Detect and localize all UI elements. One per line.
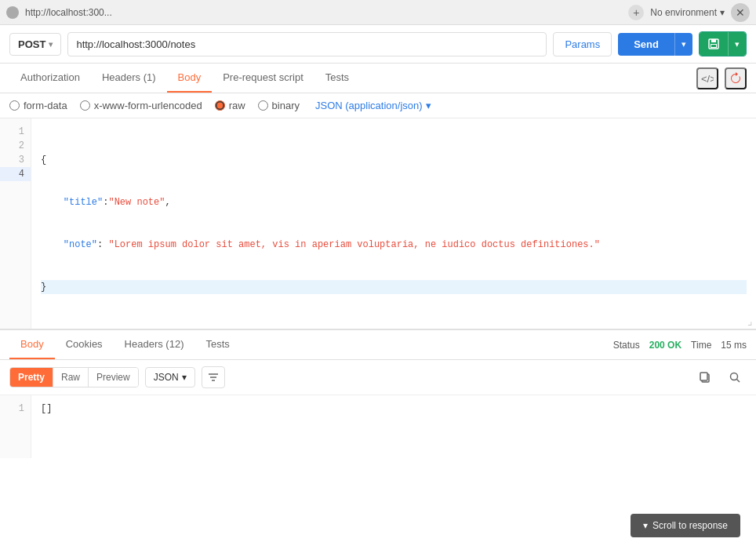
- tab-headers[interactable]: Headers (1): [91, 64, 167, 93]
- resp-tab-tests[interactable]: Tests: [194, 330, 240, 359]
- tab-body[interactable]: Body: [167, 64, 213, 93]
- code-icon: </>: [701, 72, 714, 85]
- svg-line-11: [737, 380, 740, 383]
- response-tabs-row: Body Cookies Headers (12) Tests Status 2…: [0, 330, 756, 360]
- chevron-down-icon: ▾: [182, 372, 187, 383]
- browser-url: http://localhost:300...: [25, 7, 622, 18]
- code-line-3: "note": "Lorem ipsum dolor sit amet, vis…: [41, 238, 747, 252]
- save-button[interactable]: [700, 32, 728, 56]
- body-options-row: form-data x-www-form-urlencoded raw bina…: [0, 93, 756, 118]
- save-button-group: ▾: [699, 31, 747, 56]
- no-env-label: No environment: [650, 7, 717, 18]
- response-toolbar: Pretty Raw Preview JSON ▾: [0, 360, 756, 395]
- resp-line-1: []: [41, 403, 52, 414]
- filter-button[interactable]: [202, 366, 225, 388]
- response-status: Status 200 OK Time 15 ms: [613, 333, 747, 357]
- send-button[interactable]: Send: [618, 33, 674, 56]
- svg-rect-1: [711, 39, 716, 42]
- svg-text:</>: </>: [701, 73, 714, 85]
- copy-icon: [699, 371, 711, 384]
- status-label: Status: [613, 340, 640, 351]
- resp-tab-headers[interactable]: Headers (12): [114, 330, 195, 359]
- resize-handle[interactable]: ⌟: [747, 315, 753, 327]
- method-label: POST: [18, 38, 45, 50]
- format-group: Pretty Raw Preview: [9, 367, 139, 387]
- radio-urlencoded[interactable]: x-www-form-urlencoded: [80, 100, 202, 111]
- tab-icons: </>: [696, 64, 747, 93]
- send-button-group: Send ▾: [618, 33, 692, 56]
- scroll-to-resp-label: Scroll to response: [652, 520, 728, 531]
- line-num-3: 3: [0, 153, 31, 167]
- resp-code: []: [31, 395, 756, 458]
- response-body: 1 []: [0, 395, 756, 458]
- resp-tab-cookies[interactable]: Cookies: [55, 330, 114, 359]
- no-environment[interactable]: No environment ▾: [650, 7, 725, 18]
- search-icon: [729, 371, 741, 384]
- svg-rect-9: [700, 373, 707, 380]
- resp-line-numbers: 1: [0, 395, 31, 458]
- chevron-down-icon: ▾: [643, 520, 648, 531]
- resp-line-num-1: 1: [0, 402, 31, 416]
- response-section: Body Cookies Headers (12) Tests Status 2…: [0, 329, 756, 458]
- line-num-2: 2: [0, 139, 31, 153]
- browser-bar: http://localhost:300... + No environment…: [0, 0, 756, 25]
- line-num-1: 1: [0, 125, 31, 139]
- json-format-selector[interactable]: JSON ▾: [145, 367, 195, 387]
- reset-icon: [729, 72, 742, 85]
- copy-button[interactable]: [693, 366, 717, 388]
- chevron-down-icon: ▾: [49, 40, 53, 49]
- radio-form-data[interactable]: form-data: [9, 100, 67, 111]
- line-numbers: 1 2 3 4: [0, 118, 31, 329]
- svg-rect-3: [711, 45, 716, 47]
- svg-point-10: [731, 373, 738, 380]
- search-button[interactable]: [723, 366, 747, 388]
- scroll-to-response-button[interactable]: ▾ Scroll to response: [631, 514, 740, 537]
- send-dropdown-button[interactable]: ▾: [674, 33, 692, 56]
- radio-binary[interactable]: binary: [258, 100, 300, 111]
- format-pretty[interactable]: Pretty: [10, 368, 53, 387]
- code-icon-button[interactable]: </>: [696, 67, 718, 89]
- resp-tab-body[interactable]: Body: [9, 330, 55, 359]
- format-preview[interactable]: Preview: [89, 368, 138, 387]
- method-selector[interactable]: POST ▾: [9, 33, 61, 56]
- tab-authorization[interactable]: Authorization: [9, 64, 91, 93]
- url-input[interactable]: [67, 32, 547, 56]
- code-line-4: }: [41, 280, 747, 294]
- code-content[interactable]: { "title":"New note", "note": "Lorem ips…: [31, 118, 756, 329]
- format-raw[interactable]: Raw: [53, 368, 89, 387]
- new-tab-button[interactable]: +: [628, 5, 644, 20]
- code-editor[interactable]: 1 2 3 4 { "title":"New note", "note": "L…: [0, 118, 756, 329]
- code-line-2: "title":"New note",: [41, 195, 747, 209]
- chevron-down-icon: ▾: [720, 7, 725, 18]
- save-icon: [707, 38, 720, 50]
- tab-pre-request[interactable]: Pre-request script: [212, 64, 314, 93]
- code-line-1: {: [41, 153, 747, 167]
- json-type-selector[interactable]: JSON (application/json) ▾: [315, 100, 431, 111]
- browser-favicon: [6, 6, 19, 19]
- save-dropdown-button[interactable]: ▾: [728, 32, 746, 56]
- time-value: 15 ms: [721, 340, 747, 351]
- chevron-down-icon: ▾: [426, 100, 431, 111]
- filter-icon: [208, 372, 219, 383]
- radio-raw[interactable]: raw: [215, 100, 245, 111]
- close-button[interactable]: ✕: [731, 3, 750, 22]
- status-code: 200 OK: [649, 340, 681, 351]
- time-label: Time: [691, 340, 711, 351]
- params-button[interactable]: Params: [553, 32, 612, 56]
- tab-tests[interactable]: Tests: [314, 64, 360, 93]
- request-tabs-row: Authorization Headers (1) Body Pre-reque…: [0, 64, 756, 93]
- reset-icon-button[interactable]: [725, 67, 747, 89]
- url-row: POST ▾ Params Send ▾ ▾: [0, 25, 756, 64]
- line-num-4: 4: [0, 167, 31, 181]
